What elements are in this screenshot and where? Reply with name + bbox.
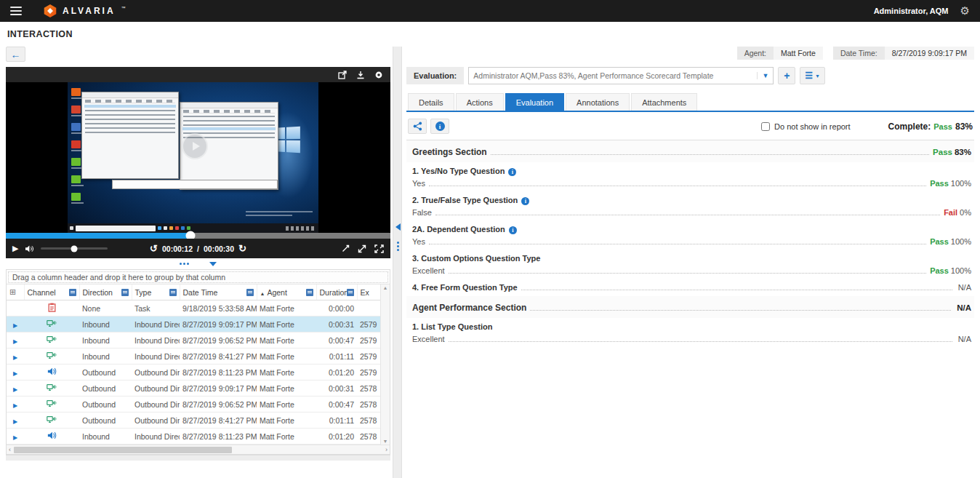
table-row[interactable]: ▶OutboundOutbound Dir...8/27/2019 8:41:2… — [7, 413, 381, 429]
vertical-splitter[interactable] — [393, 47, 402, 478]
row-expand-icon[interactable]: ▶ — [13, 322, 17, 329]
complete-label: Complete: — [888, 122, 931, 132]
info-button[interactable]: i — [430, 119, 449, 134]
play-button[interactable]: ▶ — [12, 244, 18, 253]
score-value: Pass100% — [930, 266, 971, 275]
row-expand-icon[interactable]: ▶ — [13, 354, 17, 361]
user-menu[interactable]: Administrator, AQM — [874, 7, 949, 15]
volume-slider[interactable] — [41, 247, 108, 250]
column-header-channel[interactable]: Channel — [24, 284, 79, 300]
splitter-grip-dots-icon[interactable] — [397, 242, 399, 251]
grid-vertical-scrollbar[interactable]: ▲▼ — [380, 284, 390, 445]
column-menu-icon[interactable] — [169, 289, 177, 296]
annotate-icon[interactable] — [342, 244, 350, 252]
row-expand-icon[interactable]: ▶ — [13, 434, 17, 441]
screen-audio-icon — [47, 337, 57, 346]
column-header-date-time[interactable]: Date Time — [180, 284, 257, 300]
settings-gear-icon[interactable]: ⚙ — [960, 4, 970, 17]
evaluation-menu-button[interactable]: ☰▼ — [800, 67, 825, 84]
alvaria-hexagon-icon — [44, 4, 57, 17]
evaluation-selected-value: Administrator AQM,Pass 83%, Agent Perfor… — [473, 71, 752, 80]
column-menu-icon[interactable] — [306, 289, 313, 296]
column-menu-icon[interactable] — [69, 289, 76, 296]
play-overlay-button[interactable] — [182, 133, 208, 159]
question-info-icon[interactable]: i — [508, 168, 516, 176]
question-answer: Excellent — [412, 335, 445, 343]
column-header-ex[interactable]: Ex — [357, 284, 381, 300]
scroll-thumb[interactable] — [14, 447, 232, 453]
question-block: 1. List Type QuestionExcellentN/A — [406, 318, 974, 347]
rewind-icon[interactable]: ↺ — [150, 243, 158, 254]
column-header-direction[interactable]: Direction — [79, 284, 132, 300]
do-not-show-checkbox[interactable] — [761, 122, 770, 131]
table-row[interactable]: ▶InboundInbound Direc...8/27/2019 9:06:5… — [7, 332, 381, 348]
hamburger-menu-icon[interactable] — [10, 7, 22, 15]
evaluation-select[interactable]: Administrator AQM,Pass 83%, Agent Perfor… — [468, 67, 774, 84]
cell-type: Inbound Direc... — [132, 348, 180, 365]
sort-asc-icon: ▲ — [260, 291, 265, 296]
cell-direction: Outbound — [79, 413, 132, 429]
group-by-bar[interactable]: Drag a column header and drop it here to… — [7, 270, 390, 284]
column-header-duration[interactable]: Duration — [316, 284, 357, 300]
column-header-agent[interactable]: ▲Agent — [257, 284, 316, 300]
row-expand-icon[interactable]: ▶ — [13, 418, 17, 425]
download-icon[interactable] — [356, 71, 365, 79]
score-value: Pass83% — [933, 148, 971, 156]
splitter-grip-icon[interactable] — [180, 263, 189, 265]
back-button[interactable]: ← — [6, 47, 25, 62]
table-row[interactable]: ▶InboundInbound Direc...8/27/2019 8:11:2… — [7, 429, 381, 445]
table-row[interactable]: ▶OutboundOutbound Dir...8/27/2019 9:06:5… — [7, 397, 381, 413]
row-expand-icon[interactable]: ▶ — [13, 386, 17, 393]
table-row[interactable]: ▶InboundInbound Direc...8/27/2019 9:09:1… — [7, 316, 381, 332]
replay-icon[interactable]: ↻ — [238, 243, 246, 254]
column-menu-icon[interactable] — [347, 289, 354, 296]
player-toolbar — [6, 67, 390, 82]
cell-duration: 0:01:20 — [316, 365, 357, 381]
scroll-right-icon[interactable]: › — [385, 446, 387, 453]
tab-annotations[interactable]: Annotations — [566, 93, 630, 111]
row-expand-icon[interactable]: ▶ — [13, 370, 17, 377]
scroll-left-icon[interactable]: ‹ — [9, 446, 11, 453]
column-menu-icon[interactable] — [121, 289, 129, 296]
add-evaluation-button[interactable]: + — [778, 67, 795, 84]
share-button[interactable] — [408, 119, 427, 134]
tab-details[interactable]: Details — [408, 93, 454, 111]
grid-horizontal-scrollbar[interactable]: ‹ › — [7, 445, 390, 454]
question-title: 1. Yes/No Type Questioni — [412, 167, 516, 175]
table-row[interactable]: ▶InboundInbound Direc...8/27/2019 8:41:2… — [7, 348, 381, 365]
cell-direction: Outbound — [79, 397, 132, 413]
cell-ext — [357, 300, 381, 316]
collapse-left-icon[interactable] — [395, 223, 401, 231]
fullscreen-icon[interactable] — [374, 244, 384, 253]
table-row[interactable]: ▶OutboundOutbound Dir...8/27/2019 8:11:2… — [7, 365, 381, 381]
table-row[interactable]: NoneTask9/18/2019 5:33:58 AMMatt Forte0:… — [7, 300, 381, 316]
player-settings-icon[interactable] — [374, 71, 383, 79]
cell-agent: Matt Forte — [257, 316, 316, 332]
screen-audio-icon — [47, 417, 57, 426]
row-expand-icon[interactable]: ▶ — [13, 402, 17, 409]
column-menu-icon[interactable] — [246, 289, 254, 296]
expand-all-icon[interactable]: ⊞ — [9, 287, 16, 296]
question-info-icon[interactable]: i — [509, 226, 517, 234]
tab-attachments[interactable]: Attachments — [631, 93, 697, 111]
tab-actions[interactable]: Actions — [456, 93, 504, 111]
video-progress-fill — [6, 233, 190, 239]
tab-evaluation[interactable]: Evaluation — [505, 93, 564, 111]
section-header: Greetings SectionPass83% — [406, 140, 974, 162]
pop-out-icon[interactable] — [358, 244, 366, 253]
collapse-down-icon[interactable] — [209, 262, 217, 266]
row-expand-icon[interactable]: ▶ — [13, 338, 17, 345]
question-info-icon[interactable]: i — [521, 197, 529, 205]
export-icon[interactable] — [338, 71, 347, 79]
horizontal-splitter[interactable] — [6, 258, 390, 269]
cell-duration: 0:00:00 — [316, 300, 357, 316]
cell-duration: 0:01:20 — [316, 429, 357, 445]
column-header-type[interactable]: Type — [132, 284, 180, 300]
table-row[interactable]: ▶OutboundOutbound Dir...8/27/2019 9:09:1… — [7, 381, 381, 397]
video-progress-bar[interactable] — [6, 233, 390, 239]
volume-icon[interactable] — [25, 244, 34, 253]
cell-datetime: 8/27/2019 9:09:17 PM — [180, 316, 257, 332]
volume-handle[interactable] — [71, 245, 78, 252]
cell-datetime: 8/27/2019 9:06:52 PM — [180, 332, 257, 348]
question-title: 2. True/False Type Questioni — [412, 196, 529, 204]
